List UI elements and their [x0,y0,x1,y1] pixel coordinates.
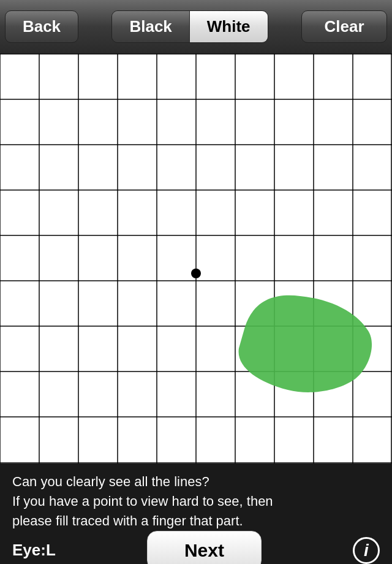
bottom-nav: Eye:L Next i [12,531,380,564]
clear-button[interactable]: Clear [301,10,387,43]
toolbar: Back Black White Clear [0,0,392,54]
instruction-line2: If you have a point to view hard to see,… [12,494,273,509]
instruction-line1: Can you clearly see all the lines? [12,474,209,489]
bottom-area: Can you clearly see all the lines? If yo… [0,463,392,564]
info-icon[interactable]: i [353,537,380,564]
grid-area[interactable] [0,54,392,463]
eye-label: Eye:L [12,541,56,560]
back-button[interactable]: Back [5,10,78,43]
black-button[interactable]: Black [112,11,189,42]
instruction-line3: please fill traced with a finger that pa… [12,513,243,528]
svg-point-21 [191,269,201,278]
next-button[interactable]: Next [147,531,262,564]
color-group: Black White [111,10,268,43]
white-button[interactable]: White [190,11,268,42]
grid-svg [0,54,392,463]
instructions: Can you clearly see all the lines? If yo… [12,472,380,531]
